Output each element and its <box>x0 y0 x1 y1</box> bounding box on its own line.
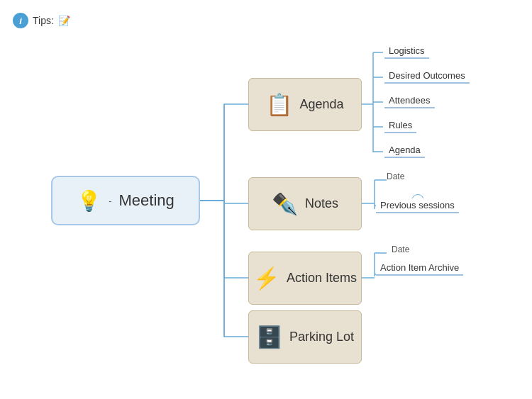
date-action-leaf[interactable]: Date <box>392 245 409 254</box>
notes-node[interactable]: ✒️ Notes <box>248 177 362 230</box>
parking-lot-label: Parking Lot <box>289 330 354 344</box>
date-notes-leaf[interactable]: Date <box>387 172 404 181</box>
action-items-icon: ⚡ <box>253 266 279 291</box>
bulb-icon: 💡 <box>77 189 101 213</box>
parking-lot-icon: 🗄️ <box>256 325 282 349</box>
rules-leaf[interactable]: Rules <box>384 118 416 133</box>
notes-icon: ✒️ <box>272 191 298 216</box>
agenda-sub-leaf[interactable]: Agenda <box>384 143 425 158</box>
edit-icon[interactable]: 📝 <box>58 15 70 26</box>
central-node[interactable]: 💡 - Meeting <box>51 176 200 225</box>
previous-sessions-leaf[interactable]: Previous sessions <box>376 198 459 213</box>
logistics-leaf[interactable]: Logistics <box>384 44 429 59</box>
notes-label: Notes <box>305 196 338 211</box>
desired-outcomes-leaf[interactable]: Desired Outcomes <box>384 69 470 84</box>
parking-lot-node[interactable]: 🗄️ Parking Lot <box>248 310 362 364</box>
agenda-label: Agenda <box>299 97 343 112</box>
action-items-label: Action Items <box>287 271 357 286</box>
central-node-label: Meeting <box>119 191 174 210</box>
agenda-node[interactable]: 📋 Agenda <box>248 78 362 131</box>
dash: - <box>109 196 111 206</box>
attendees-leaf[interactable]: Attendees <box>384 94 435 108</box>
tips-box: i Tips: 📝 <box>13 13 70 28</box>
action-item-archive-leaf[interactable]: Action Item Archive <box>376 261 463 276</box>
info-icon: i <box>13 13 28 28</box>
agenda-icon: 📋 <box>266 92 292 117</box>
action-items-node[interactable]: ⚡ Action Items <box>248 252 362 305</box>
tips-label: Tips: <box>33 15 54 26</box>
